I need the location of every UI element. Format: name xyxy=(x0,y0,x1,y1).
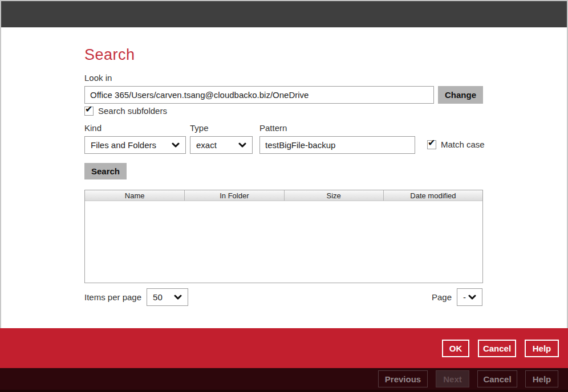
wizard-cancel-button[interactable]: Cancel xyxy=(477,370,517,387)
checkmark-icon: ✔ xyxy=(85,105,92,114)
checkmark-icon: ✔ xyxy=(428,138,435,148)
type-select[interactable]: exact xyxy=(190,136,253,154)
column-header-name[interactable]: Name xyxy=(85,190,184,201)
page-select[interactable]: - xyxy=(457,288,482,306)
page-label: Page xyxy=(432,292,452,302)
column-header-in-folder[interactable]: In Folder xyxy=(184,190,283,201)
pattern-input[interactable] xyxy=(259,136,415,154)
results-table-body xyxy=(85,201,482,283)
application-window: Search Look in Change ✔ Search subfolder… xyxy=(0,0,568,392)
column-header-size[interactable]: Size xyxy=(284,190,383,201)
search-dialog: Search Look in Change ✔ Search subfolder… xyxy=(1,27,567,328)
page-control: Page - xyxy=(432,288,482,306)
column-header-date-modified[interactable]: Date modified xyxy=(383,190,482,201)
background-wizard-footer: Previous Next Cancel Help xyxy=(0,368,568,390)
results-table: Name In Folder Size Date modified xyxy=(84,190,483,283)
kind-label: Kind xyxy=(84,123,102,133)
match-case-label: Match case xyxy=(441,140,485,149)
dialog-action-bar: OK Cancel Help xyxy=(0,328,568,368)
ok-button[interactable]: OK xyxy=(442,340,469,357)
window-bottom-edge xyxy=(0,390,568,392)
search-subfolders-label: Search subfolders xyxy=(98,106,167,116)
match-case-checkbox[interactable]: ✔ xyxy=(427,140,436,149)
items-per-page-control: Items per page 50 xyxy=(84,288,188,306)
search-button[interactable]: Search xyxy=(84,163,127,179)
wizard-help-button[interactable]: Help xyxy=(525,370,558,387)
type-label: Type xyxy=(190,123,209,133)
cancel-button[interactable]: Cancel xyxy=(478,340,516,357)
look-in-input[interactable] xyxy=(84,86,434,104)
chevron-down-icon xyxy=(238,142,246,148)
kind-select-value: Files and Folders xyxy=(91,140,156,150)
items-per-page-value: 50 xyxy=(153,292,163,302)
type-select-value: exact xyxy=(196,140,217,150)
titlebar xyxy=(1,1,567,27)
results-table-header: Name In Folder Size Date modified xyxy=(85,190,482,201)
change-button[interactable]: Change xyxy=(438,86,483,104)
items-per-page-select[interactable]: 50 xyxy=(147,288,188,306)
chevron-down-icon xyxy=(468,295,476,300)
items-per-page-label: Items per page xyxy=(84,292,141,302)
match-case-row: ✔ Match case xyxy=(427,140,485,149)
look-in-label: Look in xyxy=(84,73,112,83)
chevron-down-icon xyxy=(174,295,182,300)
pattern-label: Pattern xyxy=(259,123,287,133)
next-button[interactable]: Next xyxy=(436,370,469,387)
chevron-down-icon xyxy=(172,142,180,148)
previous-button[interactable]: Previous xyxy=(378,370,428,387)
search-subfolders-row: ✔ Search subfolders xyxy=(84,106,167,116)
page-title: Search xyxy=(84,46,135,64)
search-subfolders-checkbox[interactable]: ✔ xyxy=(84,107,94,116)
page-value: - xyxy=(463,292,466,302)
kind-select[interactable]: Files and Folders xyxy=(84,136,186,154)
help-button[interactable]: Help xyxy=(525,340,559,357)
